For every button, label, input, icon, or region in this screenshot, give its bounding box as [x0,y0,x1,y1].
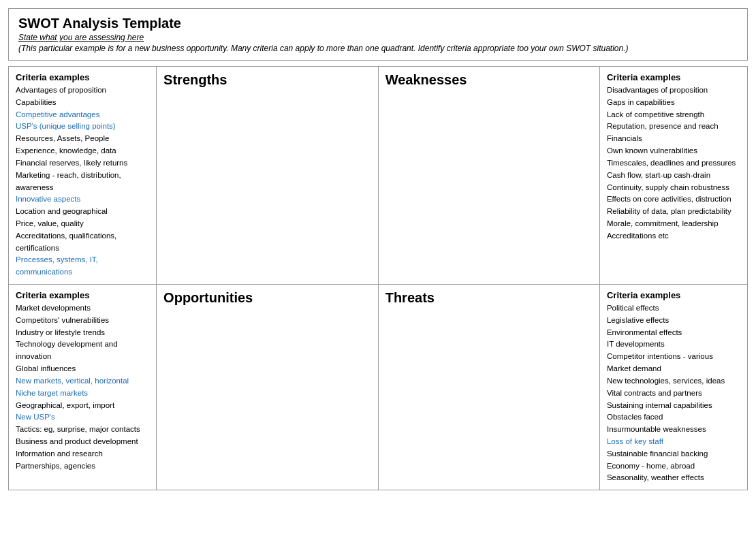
criteria-bottom-left-list: Market developmentsCompetitors' vulnerab… [16,302,149,472]
list-item: Processes, systems, IT, communications [16,254,149,279]
threats-header: Threats [385,290,593,306]
list-item: Seasonality, weather effects [607,472,740,484]
list-item: Market demand [607,363,740,375]
list-item: Reputation, presence and reach [607,121,740,133]
list-item: Competitors' vulnerabilities [16,315,149,327]
header-box: SWOT Analysis Template State what you ar… [8,8,748,61]
criteria-bottom-left: Criteria examples Market developmentsCom… [9,285,157,490]
page: SWOT Analysis Template State what you ar… [0,0,756,499]
list-item: Market developments [16,302,149,315]
list-item: New markets, vertical, horizontal [16,375,149,387]
list-item: Location and geographical [16,206,149,218]
criteria-top-left-list: Advantages of propositionCapabilitiesCom… [16,84,149,279]
criteria-top-right: Criteria examples Disadvantages of propo… [599,67,747,285]
swot-table: Criteria examples Advantages of proposit… [8,66,748,490]
list-item: Partnerships, agencies [16,460,149,473]
criteria-bottom-right-title: Criteria examples [607,290,740,300]
opportunities-quadrant: Opportunities [157,285,379,490]
list-item: USP's (unique selling points) [16,121,149,133]
list-item: Price, value, quality [16,218,149,230]
criteria-top-left: Criteria examples Advantages of proposit… [9,67,157,285]
list-item: Obstacles faced [607,411,740,424]
list-item: Reliability of data, plan predictability [607,206,740,218]
list-item: Lack of competitive strength [607,109,740,121]
criteria-top-left-title: Criteria examples [16,72,149,82]
criteria-bottom-left-title: Criteria examples [16,290,149,300]
list-item: Resources, Assets, People [16,133,149,145]
criteria-top-right-list: Disadvantages of propositionGaps in capa… [607,84,740,242]
list-item: Technology development and innovation [16,338,149,363]
criteria-bottom-right-list: Political effectsLegislative effectsEnvi… [607,302,740,484]
list-item: Insurmountable weaknesses [607,424,740,436]
list-item: New USP's [16,411,149,424]
list-item: Innovative aspects [16,193,149,206]
weaknesses-header: Weaknesses [385,72,593,88]
strengths-quadrant: Strengths [157,67,379,285]
list-item: Gaps in capabilities [607,97,740,109]
list-item: Effects on core activities, distruction [607,193,740,206]
list-item: Financials [607,133,740,145]
list-item: Competitor intentions - various [607,351,740,363]
list-item: Sustaining internal capabilities [607,400,740,412]
threats-quadrant: Threats [378,285,599,490]
list-item: Economy - home, abroad [607,460,740,473]
list-item: Loss of key staff [607,436,740,448]
list-item: Business and product development [16,436,149,448]
list-item: Vital contracts and partners [607,387,740,400]
strengths-header: Strengths [163,72,371,88]
list-item: Geographical, export, import [16,400,149,412]
list-item: IT developments [607,338,740,351]
criteria-top-right-title: Criteria examples [607,72,740,82]
list-item: Cash flow, start-up cash-drain [607,170,740,182]
list-item: Experience, knowledge, data [16,145,149,157]
list-item: Continuity, supply chain robustness [607,182,740,194]
header-subtitle: State what you are assessing here [18,33,738,42]
list-item: Disadvantages of proposition [607,84,740,97]
list-item: Timescales, deadlines and pressures [607,157,740,170]
list-item: Sustainable financial backing [607,448,740,460]
header-description: (This particular example is for a new bu… [18,44,738,53]
list-item: Global influences [16,363,149,375]
list-item: Industry or lifestyle trends [16,327,149,339]
list-item: Tactics: eg, surprise, major contacts [16,424,149,436]
list-item: Advantages of proposition [16,84,149,97]
list-item: Morale, commitment, leadership [607,218,740,230]
list-item: Niche target markets [16,387,149,400]
list-item: New technologies, services, ideas [607,375,740,387]
list-item: Competitive advantages [16,109,149,121]
page-title: SWOT Analysis Template [18,16,738,31]
list-item: Political effects [607,302,740,315]
list-item: Accreditations, qualifications, certific… [16,230,149,255]
criteria-bottom-right: Criteria examples Political effectsLegis… [599,285,747,490]
list-item: Financial reserves, likely returns [16,157,149,170]
opportunities-header: Opportunities [163,290,371,306]
list-item: Marketing - reach, distribution, awarene… [16,170,149,194]
list-item: Own known vulnerabilities [607,145,740,157]
weaknesses-quadrant: Weaknesses [378,67,599,285]
list-item: Information and research [16,448,149,460]
list-item: Environmental effects [607,327,740,339]
list-item: Legislative effects [607,315,740,327]
list-item: Capabilities [16,97,149,109]
list-item: Accreditations etc [607,230,740,242]
